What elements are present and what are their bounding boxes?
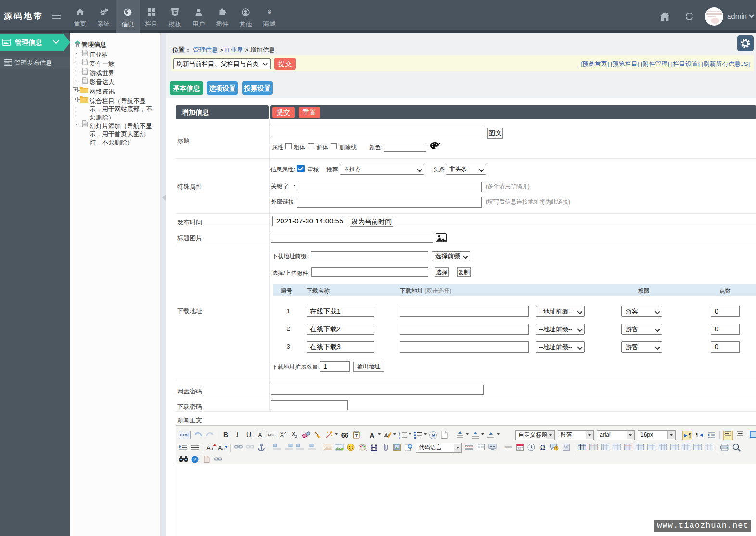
svg-text:?: ? [193,457,197,462]
svg-text:T: T [355,433,358,438]
svg-text:3: 3 [399,436,400,439]
svg-text:¥: ¥ [267,8,271,16]
svg-text:W: W [564,444,568,450]
